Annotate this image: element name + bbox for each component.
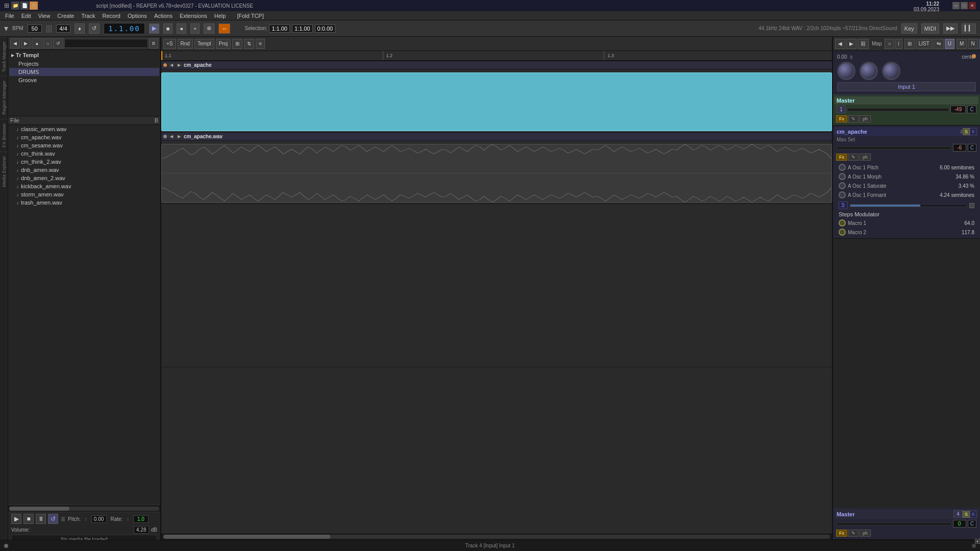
cm-apache-zero-btn[interactable]: 0: [970, 128, 976, 135]
rt-chain[interactable]: ⛓: [857, 39, 869, 49]
toolbar-arrows[interactable]: ⇅: [244, 39, 254, 49]
stop-button[interactable]: ■: [163, 23, 173, 34]
metro-btn[interactable]: ♦: [75, 23, 85, 34]
rt-list[interactable]: LIST: [916, 39, 933, 49]
browser-search-btn[interactable]: B: [149, 38, 158, 48]
file-item-cm-sesame[interactable]: ♪ cm_sesame.wav: [8, 141, 160, 149]
audio-clip-1[interactable]: [161, 144, 832, 203]
file-item-trash[interactable]: ♪ trash_amen.wav: [8, 198, 160, 207]
menu-file[interactable]: File: [2, 12, 17, 19]
master-fx-btn[interactable]: Fx: [836, 115, 847, 122]
master-c-val[interactable]: C: [967, 106, 976, 113]
browser-refresh-btn[interactable]: ↺: [53, 38, 63, 48]
menu-extensions[interactable]: Extensions: [177, 12, 210, 19]
cm-apache-db-val[interactable]: -6: [953, 144, 966, 152]
master-bottom-zero-btn[interactable]: 0: [970, 511, 976, 518]
menu-actions[interactable]: Actions: [151, 12, 176, 19]
rt-u-btn[interactable]: U: [945, 39, 954, 49]
steps-mod-expand-btn[interactable]: [969, 203, 974, 208]
scrollbar-thumb[interactable]: [163, 535, 330, 539]
cm-apache-edit-btn[interactable]: ✎: [848, 154, 859, 161]
sel-end[interactable]: 1:1.00: [292, 24, 313, 33]
file-browser-scrollbar[interactable]: [9, 507, 159, 511]
master-bottom-fader[interactable]: [837, 522, 951, 525]
sel-start[interactable]: 1:1.00: [269, 24, 290, 33]
volume-value[interactable]: 4.28: [134, 526, 149, 534]
file-item-storm[interactable]: ♪ storm_amen.wav: [8, 190, 160, 198]
rt-arrow-left[interactable]: ◀: [835, 39, 845, 49]
bpm-value[interactable]: 50: [28, 24, 42, 33]
file-item-cm-apache[interactable]: ♪ cm_apache.wav: [8, 133, 160, 141]
position-display[interactable]: 1.1.00: [104, 23, 145, 34]
browser-fwd-btn[interactable]: ▶: [21, 38, 31, 48]
menu-view[interactable]: View: [35, 12, 54, 19]
status-indicator[interactable]: [972, 54, 976, 58]
osc1-saturate-knob[interactable]: [839, 182, 846, 189]
side-tab-media-explorer[interactable]: Media Explorer: [0, 152, 8, 191]
toolbar-rnd[interactable]: Rnd: [178, 39, 193, 49]
browser-home-btn[interactable]: ⌂: [43, 38, 52, 48]
window-controls[interactable]: ─ □ ✕: [952, 2, 976, 9]
master-edit-btn[interactable]: ✎: [848, 115, 859, 122]
rate-value[interactable]: 1.0: [133, 515, 149, 523]
track-1-btn-prev[interactable]: ◀: [168, 63, 175, 67]
expand-btn[interactable]: ▶▶: [943, 23, 958, 34]
osc1-formant-knob[interactable]: [839, 191, 846, 198]
master-bottom-s-btn[interactable]: S: [963, 511, 970, 518]
side-tab-track-manager[interactable]: Track Manager: [0, 37, 8, 76]
midi-clip-1[interactable]: [161, 72, 832, 131]
key-btn[interactable]: Key: [901, 23, 917, 34]
track-1-btn-next[interactable]: ▶: [176, 63, 182, 67]
main-knob-2[interactable]: [860, 62, 878, 80]
cm-apache-s-btn[interactable]: S: [963, 128, 970, 135]
player-play-btn[interactable]: ▶: [11, 514, 21, 524]
file-item-classic-amen[interactable]: ♪ classic_amen.wav: [8, 125, 160, 133]
loop-btn[interactable]: ↺: [89, 23, 100, 34]
right-panel-expand-btn[interactable]: ▾: [975, 539, 980, 540]
master-ph-btn[interactable]: ph: [860, 115, 871, 122]
play-button[interactable]: ▶: [149, 23, 159, 34]
file-item-cm-think[interactable]: ♪ cm_think.wav: [8, 149, 160, 158]
menu-edit[interactable]: Edit: [18, 12, 34, 19]
menu-create[interactable]: Create: [54, 12, 77, 19]
file-item-kickback[interactable]: ♪ kickback_amen.wav: [8, 182, 160, 190]
cm-apache-c-val[interactable]: C: [968, 144, 976, 152]
add-marker-btn[interactable]: +: [190, 23, 200, 34]
browser-back-btn[interactable]: ◀: [10, 38, 20, 48]
rt-m-btn[interactable]: M: [957, 39, 967, 49]
rt-n-btn[interactable]: N: [968, 39, 977, 49]
master-bottom-db-val[interactable]: 0: [953, 520, 966, 528]
cm-apache-fader[interactable]: [837, 146, 951, 149]
rt-grid[interactable]: ⊞: [904, 39, 915, 49]
master-bottom-ph-btn[interactable]: ph: [860, 530, 871, 537]
close-button[interactable]: ✕: [969, 2, 976, 9]
rt-info[interactable]: i: [895, 39, 902, 49]
pause-button[interactable]: ●: [177, 23, 186, 34]
main-knob-1[interactable]: [837, 62, 855, 80]
tree-item-groove[interactable]: Groove: [9, 76, 159, 84]
cm-apache-fx-btn[interactable]: Fx: [836, 154, 847, 161]
snap-btn[interactable]: ⊕: [204, 23, 214, 34]
cm-apache-ph-btn[interactable]: ph: [860, 154, 871, 161]
track-2-btn-next[interactable]: ▶: [176, 134, 182, 139]
sel-len[interactable]: 0:0.00: [315, 24, 336, 33]
browser-search-input[interactable]: [64, 39, 148, 48]
file-item-dnb-amen[interactable]: ♪ dnb_amen.wav: [8, 166, 160, 174]
master-db-val[interactable]: -49: [950, 106, 966, 113]
toolbar-lines[interactable]: ≡: [256, 39, 265, 49]
player-stop-btn[interactable]: ■: [23, 514, 34, 524]
menu-track[interactable]: Track: [78, 12, 98, 19]
collapse-btn[interactable]: ▎▎: [962, 23, 976, 34]
maximize-button[interactable]: □: [961, 2, 968, 9]
rt-arrow-right[interactable]: ▶: [846, 39, 856, 49]
toolbar-plus-s[interactable]: +S: [163, 39, 176, 49]
tree-item-drums[interactable]: DRUMS: [9, 68, 159, 76]
toolbar-grid[interactable]: ⊞: [232, 39, 242, 49]
pitch-value[interactable]: 0.00: [91, 515, 107, 523]
toolbar-proj[interactable]: Proj: [216, 39, 231, 49]
osc1-pitch-knob[interactable]: [839, 164, 846, 171]
side-tab-fx-browser[interactable]: FX Browser: [0, 119, 8, 152]
track-2-btn-prev[interactable]: ◀: [168, 134, 175, 139]
browser-up-btn[interactable]: ▲: [32, 38, 42, 48]
master-bottom-edit-btn[interactable]: ✎: [848, 530, 859, 537]
